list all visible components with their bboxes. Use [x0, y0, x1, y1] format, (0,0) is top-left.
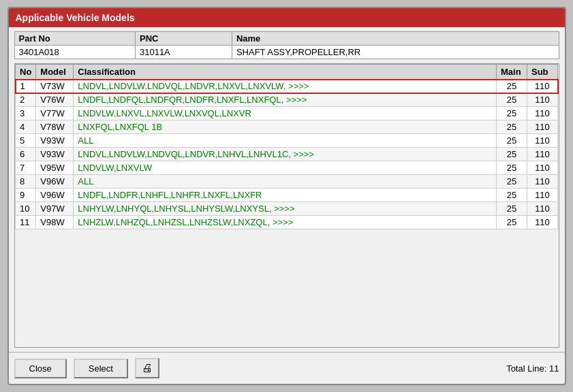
cell-main: 25: [497, 107, 527, 120]
cell-no: 1: [16, 80, 36, 93]
cell-main: 25: [497, 134, 527, 148]
cell-model: V77W: [36, 107, 74, 120]
cell-no: 4: [16, 120, 36, 134]
cell-classification: LNDFL,LNDFR,LNHFL,LNHFR,LNXFL,LNXFR: [74, 189, 497, 202]
cell-no: 9: [16, 189, 36, 202]
cell-main: 25: [497, 93, 527, 107]
main-window: Applicable Vehicle Models Part No PNC Na…: [7, 7, 566, 385]
cell-no: 3: [16, 107, 36, 120]
table-row[interactable]: 8V96WALL25110: [16, 175, 558, 189]
col-header-sub: Sub: [527, 65, 558, 80]
part-no-header: Part No: [14, 32, 135, 46]
cell-model: V96W: [36, 189, 74, 202]
part-info-table: Part No PNC Name 3401A018 31011A SHAFT A…: [14, 31, 559, 59]
total-count: 11: [549, 363, 559, 374]
cell-sub: 110: [527, 175, 558, 189]
cell-model: V98W: [36, 216, 74, 229]
table-row[interactable]: 9V96WLNDFL,LNDFR,LNHFL,LNHFR,LNXFL,LNXFR…: [16, 189, 558, 202]
table-row[interactable]: 11V98WLNHZLW,LNHZQL,LNHZSL,LNHZSLW,LNXZQ…: [16, 216, 558, 229]
part-no-value: 3401A018: [14, 46, 135, 59]
cell-model: V96W: [36, 175, 74, 189]
cell-sub: 110: [527, 189, 558, 202]
cell-main: 25: [497, 80, 527, 93]
table-row[interactable]: 5V93WALL25110: [16, 134, 558, 148]
cell-main: 25: [497, 175, 527, 189]
content-area: Part No PNC Name 3401A018 31011A SHAFT A…: [9, 27, 565, 352]
title-bar: Applicable Vehicle Models: [9, 8, 565, 27]
col-header-classification: Classification: [74, 65, 497, 80]
cell-model: V93W: [36, 148, 74, 161]
col-header-no: No: [16, 65, 36, 80]
cell-classification: ALL: [74, 175, 497, 189]
cell-sub: 110: [527, 107, 558, 120]
cell-main: 25: [497, 148, 527, 161]
cell-sub: 110: [527, 148, 558, 161]
data-table: No Model Classification Main Sub 1V73WLN…: [15, 64, 559, 229]
pnc-value: 31011A: [135, 46, 232, 59]
cell-no: 7: [16, 161, 36, 175]
cell-sub: 110: [527, 161, 558, 175]
table-row[interactable]: 1V73WLNDVL,LNDVLW,LNDVQL,LNDVR,LNXVL,LNX…: [16, 80, 558, 93]
cell-classification: LNDVL,LNDVLW,LNDVQL,LNDVR,LNHVL,LNHVL1C,…: [74, 148, 497, 161]
cell-no: 5: [16, 134, 36, 148]
footer: Close Select 🖨 Total Line: 11: [9, 352, 565, 384]
cell-classification: LNXFQL,LNXFQL 1B: [74, 120, 497, 134]
cell-classification: LNHYLW,LNHYQL,LNHYSL,LNHYSLW,LNXYSL, >>>…: [74, 202, 497, 216]
cell-no: 6: [16, 148, 36, 161]
cell-sub: 110: [527, 202, 558, 216]
table-row[interactable]: 2V76WLNDFL,LNDFQL,LNDFQR,LNDFR,LNXFL,LNX…: [16, 93, 558, 107]
data-table-container: No Model Classification Main Sub 1V73WLN…: [14, 63, 559, 348]
cell-classification: LNHZLW,LNHZQL,LNHZSL,LNHZSLW,LNXZQL, >>>…: [74, 216, 497, 229]
cell-sub: 110: [527, 93, 558, 107]
table-row[interactable]: 10V97WLNHYLW,LNHYQL,LNHYSL,LNHYSLW,LNXYS…: [16, 202, 558, 216]
cell-main: 25: [497, 202, 527, 216]
print-button[interactable]: 🖨: [135, 358, 159, 378]
col-header-model: Model: [36, 65, 74, 80]
cell-model: V97W: [36, 202, 74, 216]
total-label: Total Line:: [506, 363, 546, 374]
cell-sub: 110: [527, 134, 558, 148]
cell-no: 8: [16, 175, 36, 189]
name-header: Name: [232, 32, 559, 46]
cell-main: 25: [497, 120, 527, 134]
window-title: Applicable Vehicle Models: [16, 12, 135, 23]
table-row[interactable]: 7V95WLNDVLW,LNXVLW25110: [16, 161, 558, 175]
table-row[interactable]: 6V93WLNDVL,LNDVLW,LNDVQL,LNDVR,LNHVL,LNH…: [16, 148, 558, 161]
cell-sub: 110: [527, 80, 558, 93]
select-button[interactable]: Select: [74, 359, 128, 378]
cell-model: V76W: [36, 93, 74, 107]
cell-model: V73W: [36, 80, 74, 93]
col-header-main: Main: [497, 65, 527, 80]
cell-classification: LNDFL,LNDFQL,LNDFQR,LNDFR,LNXFL,LNXFQL, …: [74, 93, 497, 107]
table-row[interactable]: 3V77WLNDVLW,LNXVL,LNXVLW,LNXVQL,LNXVR251…: [16, 107, 558, 120]
table-row[interactable]: 4V78WLNXFQL,LNXFQL 1B25110: [16, 120, 558, 134]
print-icon: 🖨: [142, 362, 153, 374]
cell-classification: ALL: [74, 134, 497, 148]
pnc-header: PNC: [135, 32, 232, 46]
cell-sub: 110: [527, 120, 558, 134]
cell-sub: 110: [527, 216, 558, 229]
cell-classification: LNDVLW,LNXVL,LNXVLW,LNXVQL,LNXVR: [74, 107, 497, 120]
cell-no: 10: [16, 202, 36, 216]
cell-main: 25: [497, 189, 527, 202]
cell-main: 25: [497, 161, 527, 175]
cell-model: V95W: [36, 161, 74, 175]
cell-no: 11: [16, 216, 36, 229]
cell-model: V78W: [36, 120, 74, 134]
name-value: SHAFT ASSY,PROPELLER,RR: [232, 46, 559, 59]
cell-classification: LNDVL,LNDVLW,LNDVQL,LNDVR,LNXVL,LNXVLW, …: [74, 80, 497, 93]
cell-model: V93W: [36, 134, 74, 148]
cell-classification: LNDVLW,LNXVLW: [74, 161, 497, 175]
close-button[interactable]: Close: [14, 359, 67, 378]
total-line: Total Line: 11: [506, 363, 559, 374]
cell-main: 25: [497, 216, 527, 229]
cell-no: 2: [16, 93, 36, 107]
